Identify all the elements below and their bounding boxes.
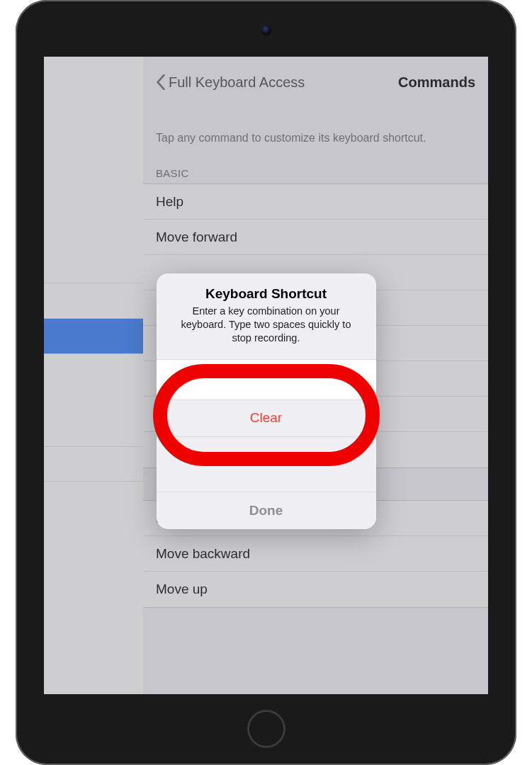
screen: ss ck de Full Keyboard Access Commands T… [44, 57, 488, 694]
dialog-message: Enter a key combination on your keyboard… [172, 305, 361, 345]
dialog-header: Keyboard Shortcut Enter a key combinatio… [157, 273, 376, 349]
front-camera [261, 26, 271, 35]
home-button[interactable] [247, 710, 285, 748]
dialog-title: Keyboard Shortcut [172, 286, 361, 302]
keyboard-shortcut-dialog: Keyboard Shortcut Enter a key combinatio… [157, 273, 376, 529]
dialog-spacer [157, 437, 376, 492]
clear-button[interactable]: Clear [157, 400, 376, 437]
ipad-frame: ss ck de Full Keyboard Access Commands T… [16, 0, 516, 765]
done-button[interactable]: Done [157, 492, 376, 529]
shortcut-input[interactable] [157, 359, 376, 400]
